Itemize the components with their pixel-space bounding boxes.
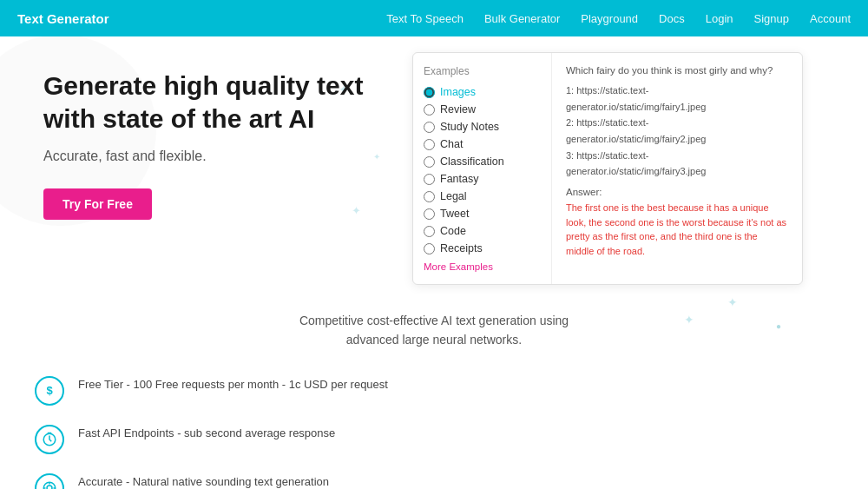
example-item-images[interactable]: Images — [424, 86, 541, 98]
example-item-code[interactable]: Code — [424, 225, 541, 237]
feature-text-free-tier: Free Tier - 100 Free requests per month … — [78, 376, 388, 393]
deco-dot-4: ● — [776, 321, 781, 331]
hero-tagline: Accurate, fast and flexible. — [43, 149, 395, 164]
examples-left-panel: Examples Images Review Study Notes — [413, 53, 552, 284]
nav-text-to-speech[interactable]: Text To Speech — [386, 12, 464, 25]
nav-playground[interactable]: Playground — [581, 12, 638, 25]
nav-bulk-generator[interactable]: Bulk Generator — [484, 12, 560, 25]
example-urls: 1: https://static.text-generator.io/stat… — [566, 83, 788, 180]
more-examples-link[interactable]: More Examples — [424, 261, 541, 272]
top-section: ✦ ✦ ✦ Generate high quality text with st… — [0, 0, 868, 311]
hero-section: Generate high quality text with state of… — [43, 52, 395, 220]
feature-text-fast-api: Fast API Endpoints - sub second average … — [78, 425, 335, 442]
example-item-fantasy[interactable]: Fantasy — [424, 173, 541, 185]
examples-card: Examples Images Review Study Notes — [412, 52, 803, 285]
answer-label: Answer: — [566, 187, 788, 197]
example-item-tweet[interactable]: Tweet — [424, 208, 541, 220]
nav-login[interactable]: Login — [706, 12, 733, 25]
feature-icon-dollar: $ — [35, 376, 64, 406]
feature-icon-timer — [35, 425, 64, 454]
nav-links: Text To Speech Bulk Generator Playground… — [386, 12, 851, 25]
nav-account[interactable]: Account — [810, 12, 851, 25]
example-question: Which fairy do you think is most girly a… — [566, 65, 788, 76]
feature-icon-target — [35, 473, 64, 489]
example-item-review[interactable]: Review — [424, 103, 541, 116]
example-item-classification[interactable]: Classification — [424, 155, 541, 168]
example-item-study-notes[interactable]: Study Notes — [424, 121, 541, 133]
navbar: Text Generator Text To Speech Bulk Gener… — [0, 0, 868, 36]
nav-docs[interactable]: Docs — [659, 12, 685, 25]
target-svg — [42, 480, 57, 489]
examples-label: Examples — [424, 65, 541, 77]
example-item-receipts[interactable]: Receipts — [424, 242, 541, 254]
brand-logo[interactable]: Text Generator — [17, 11, 109, 26]
nav-signup[interactable]: Signup — [754, 12, 789, 25]
answer-text: The first one is the best because it has… — [566, 201, 788, 258]
try-for-free-button[interactable]: Try For Free — [43, 188, 152, 220]
examples-right-panel: Which fairy do you think is most girly a… — [552, 53, 802, 284]
timer-svg — [42, 432, 57, 447]
features-intro: Competitive cost-effective AI text gener… — [35, 311, 833, 350]
feature-free-tier: $ Free Tier - 100 Free requests per mont… — [35, 376, 833, 406]
example-item-chat[interactable]: Chat — [424, 138, 541, 150]
feature-fast-api: Fast API Endpoints - sub second average … — [35, 425, 833, 454]
features-section: ✦ ● ✦ Competitive cost-effective AI text… — [0, 311, 868, 489]
hero-heading: Generate high quality text with state of… — [43, 69, 395, 135]
svg-point-3 — [47, 486, 52, 489]
example-item-legal[interactable]: Legal — [424, 190, 541, 202]
deco-star-2: ✦ — [684, 313, 694, 327]
feature-text-accurate: Accurate - Natural native sounding text … — [78, 473, 329, 489]
deco-star-1: ✦ — [727, 295, 738, 309]
feature-accurate: Accurate - Natural native sounding text … — [35, 473, 833, 489]
